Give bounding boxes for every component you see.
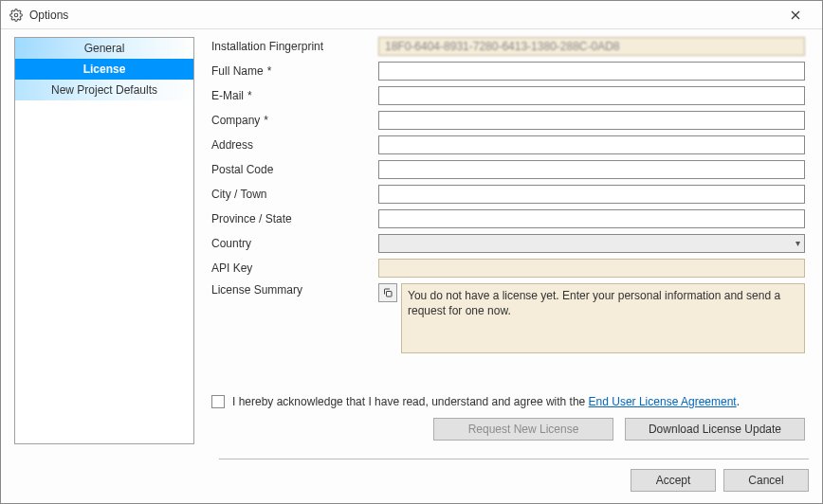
label-country: Country <box>208 237 378 250</box>
copy-summary-button[interactable] <box>378 283 397 302</box>
province-input[interactable] <box>378 209 805 228</box>
city-input[interactable] <box>378 185 805 204</box>
accept-button[interactable]: Accept <box>631 469 716 492</box>
label-api-key: API Key <box>208 261 378 275</box>
download-license-update-button[interactable]: Download License Update <box>625 418 805 441</box>
options-dialog: Options General License New Project Defa… <box>0 0 823 504</box>
acknowledge-text: I hereby acknowledge that I have read, u… <box>232 395 740 408</box>
gear-icon <box>9 8 24 23</box>
address-input[interactable] <box>378 135 805 154</box>
request-new-license-button[interactable]: Request New License <box>433 418 613 441</box>
form-area: Installation Fingerprint 18F0-6404-8931-… <box>208 37 809 444</box>
svg-rect-1 <box>387 292 393 297</box>
close-button[interactable] <box>777 2 814 28</box>
email-input[interactable] <box>378 86 805 105</box>
sidebar: General License New Project Defaults <box>14 37 194 444</box>
label-license-summary: License Summary <box>208 283 378 297</box>
label-province: Province / State <box>208 212 378 225</box>
label-installation-fingerprint: Installation Fingerprint <box>208 40 378 53</box>
dialog-body: General License New Project Defaults Ins… <box>1 29 822 503</box>
license-summary-text: You do not have a license yet. Enter you… <box>401 283 805 353</box>
postal-code-input[interactable] <box>378 160 805 179</box>
acknowledge-row: I hereby acknowledge that I have read, u… <box>208 395 805 408</box>
sidebar-item-new-project-defaults[interactable]: New Project Defaults <box>15 80 193 100</box>
label-postal-code: Postal Code <box>208 163 378 176</box>
window-title: Options <box>29 9 68 22</box>
main-area: General License New Project Defaults Ins… <box>1 29 822 452</box>
api-key-input[interactable] <box>378 259 805 278</box>
full-name-input[interactable] <box>378 62 805 81</box>
chevron-down-icon: ▾ <box>796 238 800 248</box>
dialog-footer: Accept Cancel <box>1 459 822 503</box>
label-city: City / Town <box>208 188 378 201</box>
sidebar-item-license[interactable]: License <box>15 59 193 80</box>
label-address: Address <box>208 138 378 152</box>
label-email: E-Mail* <box>208 89 378 102</box>
license-action-row: Request New License Download License Upd… <box>208 418 805 441</box>
cancel-button[interactable]: Cancel <box>723 469 809 492</box>
installation-fingerprint-value: 18F0-6404-8931-7280-6413-1380-288C-0AD8 <box>378 37 805 56</box>
acknowledge-checkbox[interactable] <box>211 395 225 408</box>
eula-link[interactable]: End User License Agreement <box>589 395 737 408</box>
country-dropdown[interactable]: ▾ <box>378 234 805 253</box>
titlebar: Options <box>1 1 822 29</box>
svg-point-0 <box>14 13 18 17</box>
license-form: Installation Fingerprint 18F0-6404-8931-… <box>208 37 805 380</box>
label-company: Company* <box>208 114 378 127</box>
company-input[interactable] <box>378 111 805 130</box>
label-full-name: Full Name* <box>208 64 378 78</box>
sidebar-item-general[interactable]: General <box>15 38 193 59</box>
